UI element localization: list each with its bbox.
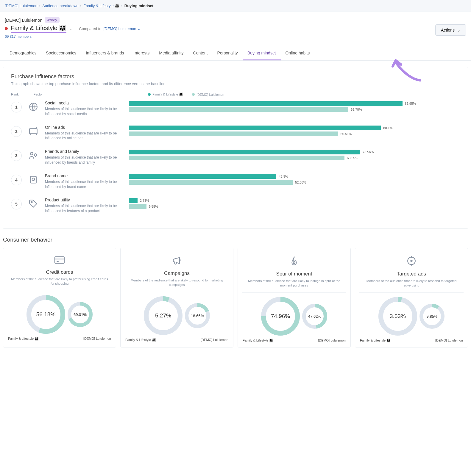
donut-value: 69.01%	[74, 312, 87, 317]
card-title: Campaigns	[125, 270, 229, 276]
factor-desc: Members of this audience that are likely…	[45, 203, 122, 214]
card-desc: Members of the audience that are likely …	[7, 277, 112, 286]
tab-influencers-brands[interactable]: Influencers & brands	[81, 46, 129, 60]
tab-buying-mindset[interactable]: Buying mindset	[243, 46, 281, 60]
flame-icon	[242, 255, 346, 267]
rank-badge: 5	[11, 199, 22, 209]
donut-value: 47.62%	[308, 314, 321, 318]
svg-point-2	[30, 152, 33, 155]
divider	[7, 291, 112, 291]
bar-secondary	[129, 204, 146, 209]
donut-value: 56.18%	[36, 311, 55, 318]
tab-content[interactable]: Content	[188, 46, 213, 60]
chevron-down-icon: ⌄	[457, 28, 461, 32]
factor-name: Product utility	[45, 198, 122, 202]
behavior-card: Campaigns Members of the audience that a…	[120, 248, 233, 347]
tab-online-habits[interactable]: Online habits	[281, 46, 315, 60]
tab-socioeconomics[interactable]: Socioeconomics	[41, 46, 81, 60]
bar-primary	[129, 174, 276, 179]
chevron-down-icon[interactable]: ⌄	[69, 26, 72, 31]
section-subtitle: This graph shows the top purchase influe…	[11, 82, 460, 86]
compared-dropdown[interactable]: [DEMO] Lululemon ⌄	[104, 26, 141, 31]
breadcrumb-link[interactable]: Family & Lifestyle 👨‍👩‍👧	[83, 4, 119, 8]
svg-point-15	[293, 262, 295, 264]
tab-personality[interactable]: Personality	[213, 46, 243, 60]
donut-label-b: [DEMO] Lululemon	[201, 338, 228, 342]
divider	[242, 292, 346, 293]
divider	[125, 292, 229, 292]
donut-chart: 9.85%	[419, 304, 445, 329]
actions-button[interactable]: Actions⌄	[435, 24, 466, 36]
donut-label-b: [DEMO] Lululemon	[318, 339, 346, 342]
factor-name: Friends and family	[45, 149, 122, 154]
audience-title[interactable]: Family & Lifestyle 👨‍👩‍👧	[11, 24, 66, 33]
tab-demographics[interactable]: Demographics	[5, 46, 41, 60]
factor-row: 5 Product utilityMembers of this audienc…	[11, 198, 460, 214]
factor-icon	[28, 126, 38, 136]
chevron-right-icon: ›	[39, 4, 40, 8]
donut-chart: 5.27%	[144, 296, 183, 335]
bar-primary	[129, 126, 381, 130]
factor-desc: Members of this audience that are likely…	[45, 155, 122, 165]
page-header: [DEMO] Lululemon Affinity Family & Lifes…	[0, 12, 471, 41]
purchase-influence-section: Purchase influence factors This graph sh…	[3, 67, 468, 229]
factor-icon	[28, 175, 38, 185]
chevron-right-icon: ›	[80, 4, 82, 8]
tab-interests[interactable]: Interests	[129, 46, 155, 60]
card-desc: Members of the audience that are likely …	[125, 278, 229, 288]
breadcrumb-current: Buying mindset	[124, 4, 154, 8]
donut-label-a: Family & Lifestyle 👨‍👩‍👧	[8, 337, 39, 341]
divider	[359, 292, 464, 293]
bar-secondary	[129, 180, 293, 185]
parent-name: [DEMO] Lululemon	[5, 18, 43, 23]
donut-value: 3.53%	[390, 313, 406, 320]
donut-label-b: [DEMO] Lululemon	[83, 337, 111, 341]
megaphone-icon	[125, 255, 229, 267]
factor-name: Online ads	[45, 125, 122, 130]
factor-bars: 73.56% 68.55%	[129, 149, 460, 162]
chart-legend: Rank Factor Family & Lifestyle 👨‍👩‍👧 [DE…	[11, 93, 460, 96]
tab-bar: DemographicsSocioeconomicsInfluencers & …	[0, 46, 471, 61]
donut-value: 74.96%	[271, 313, 290, 320]
card-title: Targeted ads	[359, 271, 464, 277]
donut-chart: 18.66%	[185, 303, 210, 328]
legend-swatch-icon	[192, 93, 195, 96]
bar-label: 73.56%	[363, 150, 374, 154]
bar-primary	[129, 101, 403, 106]
bar-label: 2.73%	[140, 199, 149, 202]
donut-label-a: Family & Lifestyle 👨‍👩‍👧	[360, 339, 391, 342]
donut-chart: 56.18%	[26, 295, 65, 334]
factor-desc: Members of this audience that are likely…	[45, 179, 122, 190]
donut-chart: 69.01%	[68, 302, 93, 327]
compared-to: Compared to: [DEMO] Lululemon ⌄	[79, 26, 141, 31]
behavior-card: Targeted ads Members of the audience tha…	[355, 248, 468, 347]
breadcrumb-link[interactable]: [DEMO] Lululemon	[5, 4, 38, 8]
credit-card-icon	[7, 255, 112, 266]
card-desc: Members of the audience that are likely …	[359, 279, 464, 288]
factor-icon	[28, 102, 38, 112]
bar-label: 66.51%	[341, 132, 352, 136]
section-title: Purchase influence factors	[11, 73, 460, 80]
rank-badge: 3	[11, 150, 22, 161]
affinity-badge: Affinity	[45, 17, 60, 23]
tab-media-affinity[interactable]: Media affinity	[154, 46, 188, 60]
breadcrumb-link[interactable]: Audience breakdown	[42, 4, 78, 8]
svg-point-4	[32, 178, 35, 181]
chevron-right-icon: ›	[121, 4, 122, 8]
rank-badge: 2	[11, 126, 22, 137]
breadcrumb: [DEMO] Lululemon›Audience breakdown›Fami…	[0, 0, 471, 12]
legend-swatch-icon	[148, 93, 151, 96]
behavior-card: Credit cards Members of the audience tha…	[3, 248, 116, 347]
factor-bars: 2.73% 5.55%	[129, 198, 460, 210]
factor-row: 3 Friends and familyMembers of this audi…	[11, 149, 460, 165]
donut-label-a: Family & Lifestyle 👨‍👩‍👧	[243, 339, 273, 342]
bar-primary	[129, 150, 360, 154]
svg-rect-1	[29, 129, 37, 134]
bar-label: 80.1%	[383, 126, 392, 130]
col-rank: Rank	[11, 93, 19, 96]
bar-label: 69.78%	[351, 108, 362, 111]
arrow-annotation-icon	[390, 58, 426, 85]
factor-icon	[28, 150, 38, 160]
card-title: Credit cards	[7, 269, 112, 275]
factor-row: 2 Online adsMembers of this audience tha…	[11, 125, 460, 141]
